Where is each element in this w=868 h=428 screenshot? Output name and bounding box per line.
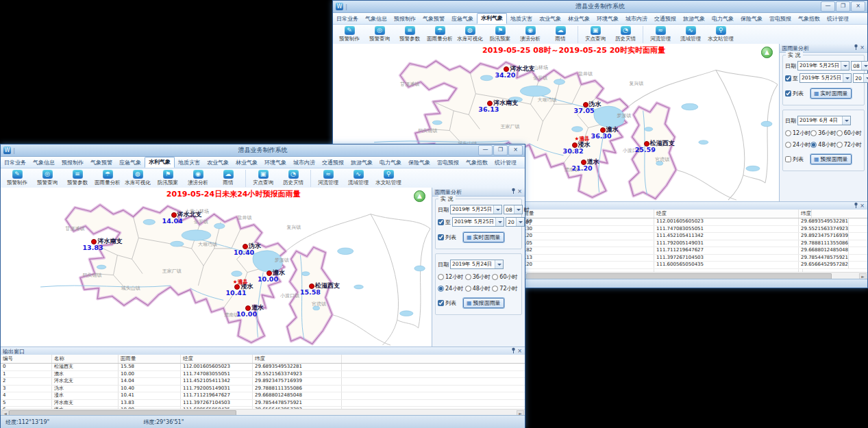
minimize-button[interactable]: — <box>821 1 835 12</box>
ribbon-item-灾点查询[interactable]: ▣灾点查询 <box>580 25 610 45</box>
ribbon-item-历史灾情[interactable]: ◔历史灾情 <box>278 168 308 188</box>
tab-环境气象[interactable]: 环境气象 <box>261 158 290 168</box>
radio-60小时[interactable] <box>492 274 498 280</box>
tab-水利气象[interactable]: 水利气象 <box>477 13 507 24</box>
tab-农业气象[interactable]: 农业气象 <box>536 14 565 24</box>
tab-交通预报[interactable]: 交通预报 <box>651 14 680 24</box>
realtime-rainfall-button[interactable]: ▦实时面雨量 <box>463 232 504 242</box>
tab-统计管理[interactable]: 统计管理 <box>823 14 852 24</box>
radio-option-60小时[interactable]: 60小时 <box>492 273 519 281</box>
from-date-combo[interactable]: 2019年 5月25日 <box>450 205 502 214</box>
pin-icon[interactable] <box>510 188 517 196</box>
table-row[interactable]: 1澹水10.00111.74708305505129.5521563374923 <box>1 371 525 379</box>
tab-应急气象[interactable]: 应急气象 <box>116 158 145 168</box>
tab-林业气象[interactable]: 林业气象 <box>565 14 593 24</box>
ribbon-item-预警查询[interactable]: ◎预警查询 <box>364 25 395 45</box>
tab-地质灾害[interactable]: 地质灾害 <box>507 14 536 24</box>
title-bar[interactable]: W | 澧县业务制作系统 — ❐ × <box>1 144 525 157</box>
radio-option-48小时[interactable]: 48小时 <box>810 141 836 149</box>
tab-交通预报[interactable]: 交通预报 <box>319 158 347 168</box>
ribbon-item-雨情[interactable]: ☁雨情 <box>545 25 575 45</box>
ribbon-item-预警查询[interactable]: ◎预警查询 <box>32 168 62 188</box>
ribbon-item-预警制作[interactable]: ✎预警制作 <box>334 25 364 45</box>
tab-预报制作[interactable]: 预报制作 <box>390 14 419 24</box>
to-hour-combo[interactable]: 20 <box>506 217 525 227</box>
realtime-rainfall-button[interactable]: ▦实时面雨量 <box>810 88 852 99</box>
to-date-combo[interactable]: 2019年 5月25日 <box>452 217 504 227</box>
title-bar[interactable]: W | 澧县业务制作系统 — ❐ × <box>333 1 867 13</box>
radio-option-72小时[interactable]: 72小时 <box>836 141 862 149</box>
minimize-button[interactable]: — <box>478 145 493 155</box>
tab-气象信息[interactable]: 气象信息 <box>362 14 390 24</box>
from-hour-combo[interactable]: 08 <box>504 205 523 214</box>
tab-电力气象[interactable]: 电力气象 <box>708 14 737 24</box>
ribbon-item-灾点查询[interactable]: ▣灾点查询 <box>248 168 278 188</box>
forecast-rainfall-button[interactable]: ▦预报面雨量 <box>463 298 504 308</box>
to-date-combo[interactable]: 2019年 5月25日 <box>799 73 852 83</box>
radio-72小时[interactable] <box>492 286 498 292</box>
ribbon-item-面雨量分析[interactable]: ☂面雨量分析 <box>425 25 455 45</box>
radio-72小时[interactable] <box>836 142 843 148</box>
radio-36小时[interactable] <box>810 130 817 136</box>
tab-环境气象[interactable]: 环境气象 <box>593 14 622 24</box>
close-button[interactable]: × <box>508 145 523 155</box>
tab-气象指数[interactable]: 气象指数 <box>462 158 491 168</box>
ribbon-item-河流管理[interactable]: ≈河流管理 <box>313 168 343 188</box>
forecast-date-combo[interactable]: 2019年 5月24日 <box>450 260 504 269</box>
ribbon-item-预警参数[interactable]: ≡预警参数 <box>395 25 425 45</box>
radio-option-12小时[interactable]: 12小时 <box>438 273 465 281</box>
ribbon-item-河流管理[interactable]: ≈河流管理 <box>645 25 675 45</box>
table-row[interactable]: 3沩水10.40111.79200514903129.7888111355086 <box>1 386 525 393</box>
radio-option-24小时[interactable]: 24小时 <box>438 285 465 292</box>
ribbon-item-预警制作[interactable]: ✎预警制作 <box>2 168 32 188</box>
ribbon-item-水文站管理[interactable]: ⚲水文站管理 <box>706 25 736 45</box>
radio-24小时[interactable] <box>785 142 791 148</box>
ribbon-item-预警参数[interactable]: ≡预警参数 <box>62 168 92 188</box>
tab-雷电预报[interactable]: 雷电预报 <box>434 158 462 168</box>
forecast-rainfall-button[interactable]: ▦预报面雨量 <box>810 154 852 164</box>
ribbon-item-流域管理[interactable]: ∿流域管理 <box>343 168 373 188</box>
ribbon-item-水文站管理[interactable]: ⚲水文站管理 <box>373 168 404 188</box>
tab-林业气象[interactable]: 林业气象 <box>232 158 261 168</box>
table-row[interactable]: 5涔水南支13.83111.39726710450329.78544785759… <box>1 400 525 407</box>
radio-48小时[interactable] <box>810 142 817 148</box>
table-row[interactable]: 4溇水10.41111.71121964762729.6688012485048 <box>1 392 525 400</box>
tab-保险气象[interactable]: 保险气象 <box>737 14 766 24</box>
radio-option-24小时[interactable]: 24小时 <box>785 141 810 149</box>
tab-统计管理[interactable]: 统计管理 <box>491 158 520 168</box>
tab-地质灾害[interactable]: 地质灾害 <box>175 158 203 168</box>
to-checkbox[interactable] <box>785 75 791 81</box>
close-icon[interactable]: × <box>517 348 523 355</box>
tab-日常业务[interactable]: 日常业务 <box>333 14 362 24</box>
ribbon-item-流域管理[interactable]: ∿流域管理 <box>675 25 706 45</box>
radio-option-36小时[interactable]: 36小时 <box>810 129 836 137</box>
radio-option-36小时[interactable]: 36小时 <box>465 273 493 281</box>
tab-电力气象[interactable]: 电力气象 <box>376 158 405 168</box>
ribbon-item-防汛预案[interactable]: ⚑防汛预案 <box>153 168 183 188</box>
tab-日常业务[interactable]: 日常业务 <box>1 158 29 168</box>
tab-气象预警[interactable]: 气象预警 <box>87 158 116 168</box>
list-checkbox[interactable] <box>785 90 791 97</box>
ribbon-item-历史灾情[interactable]: ◔历史灾情 <box>610 25 641 45</box>
ribbon-item-渍涝分析[interactable]: ◉渍涝分析 <box>183 168 213 188</box>
radio-60小时[interactable] <box>836 130 843 136</box>
list-checkbox[interactable] <box>785 156 791 162</box>
ribbon-item-雨情[interactable]: ☁雨情 <box>213 168 243 188</box>
radio-12小时[interactable] <box>785 130 791 136</box>
tab-气象信息[interactable]: 气象信息 <box>29 158 58 168</box>
pin-icon[interactable] <box>853 44 859 52</box>
tab-水利气象[interactable]: 水利气象 <box>145 157 175 168</box>
table-row[interactable]: 2涔水北支14.04111.45210541134229.89234757169… <box>1 378 525 386</box>
ribbon-item-面雨量分析[interactable]: ☂面雨量分析 <box>92 168 123 188</box>
radio-option-48小时[interactable]: 48小时 <box>465 285 493 292</box>
tab-旅游气象[interactable]: 旅游气象 <box>680 14 708 24</box>
maximize-button[interactable]: ❐ <box>493 145 508 155</box>
ribbon-item-水库可视化[interactable]: ◍水库可视化 <box>455 25 485 45</box>
forecast-date-combo[interactable]: 2019年 6月 4日 <box>797 116 851 125</box>
close-icon[interactable]: × <box>859 203 865 210</box>
ribbon-item-水库可视化[interactable]: ◍水库可视化 <box>123 168 153 188</box>
tab-农业气象[interactable]: 农业气象 <box>203 158 232 168</box>
radio-24小时[interactable] <box>438 286 444 292</box>
to-checkbox[interactable] <box>438 219 444 225</box>
tab-城市内涝[interactable]: 城市内涝 <box>290 158 319 168</box>
